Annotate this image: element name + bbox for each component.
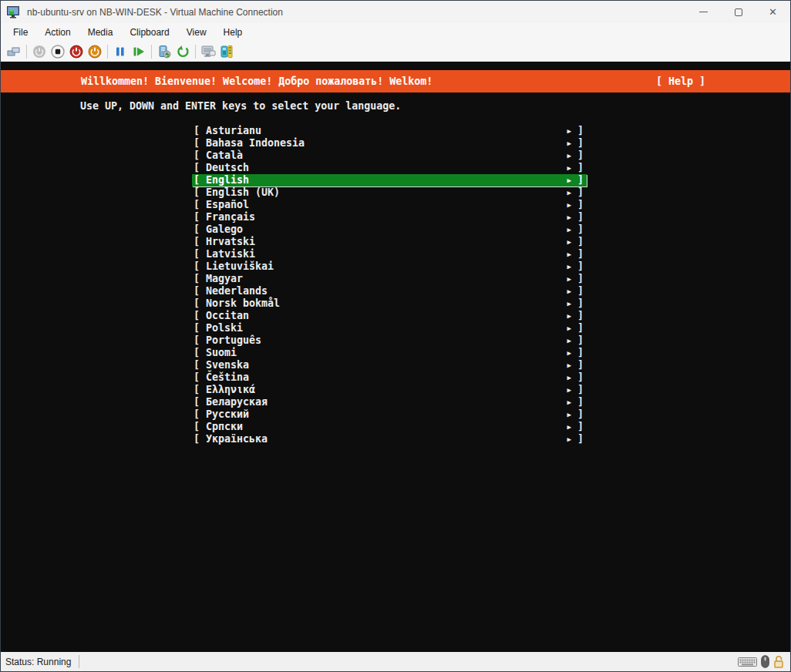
revert-button[interactable] (173, 43, 192, 60)
right-bracket: ] (577, 174, 584, 186)
language-label: English (206, 174, 249, 186)
menu-media[interactable]: Media (88, 27, 113, 38)
language-option[interactable]: [ Português ▶ ] (192, 334, 587, 347)
language-option[interactable]: [ Deutsch ▶ ] (192, 162, 587, 174)
language-option[interactable]: [ Suomi ▶ ] (192, 347, 587, 359)
right-bracket: ] (577, 408, 584, 421)
start-button[interactable] (30, 43, 49, 60)
right-bracket: ] (577, 125, 584, 137)
right-bracket: ] (577, 384, 584, 396)
right-bracket: ] (577, 297, 584, 310)
language-option[interactable]: [ Nederlands ▶ ] (192, 285, 587, 297)
language-label: Svenska (206, 359, 249, 371)
left-bracket: [ (194, 371, 200, 384)
vm-console-display[interactable]: Willkommen! Bienvenue! Welcome! Добро по… (1, 62, 790, 652)
close-button[interactable]: ✕ (756, 1, 790, 23)
language-option[interactable]: [ English ▶ ] (192, 174, 587, 186)
status-separator (79, 655, 79, 668)
left-bracket: [ (194, 297, 200, 310)
language-option[interactable]: [ Français ▶ ] (192, 211, 587, 223)
language-option[interactable]: [ Latviski ▶ ] (192, 248, 587, 260)
expand-arrow-icon: ▶ (567, 186, 571, 199)
language-option[interactable]: [ Svenska ▶ ] (192, 359, 587, 371)
toolbar-separator (107, 45, 108, 59)
language-option[interactable]: [ Русский ▶ ] (192, 408, 587, 421)
language-option[interactable]: [ Polski ▶ ] (192, 322, 587, 334)
language-option[interactable]: [ English (UK) ▶ ] (192, 186, 587, 199)
right-bracket: ] (577, 396, 584, 408)
expand-arrow-icon: ▶ (567, 137, 571, 150)
left-bracket: [ (194, 260, 200, 273)
toolbar-separator (26, 45, 27, 59)
reset-button[interactable] (130, 43, 148, 60)
expand-arrow-icon: ▶ (567, 347, 571, 359)
language-option[interactable]: [ Magyar ▶ ] (192, 273, 587, 285)
menu-action[interactable]: Action (45, 27, 70, 38)
left-bracket: [ (194, 310, 200, 322)
expand-arrow-icon: ▶ (567, 285, 571, 297)
language-option[interactable]: [ Norsk bokmål ▶ ] (192, 297, 587, 310)
left-bracket: [ (194, 322, 200, 334)
minimize-button[interactable] (686, 1, 721, 23)
menu-file[interactable]: File (13, 27, 28, 38)
ctrl-alt-del-button[interactable] (5, 43, 23, 60)
expand-arrow-icon: ▶ (567, 260, 571, 273)
language-option[interactable]: [ Asturianu ▶ ] (192, 125, 587, 137)
language-option[interactable]: [ Українська ▶ ] (192, 433, 587, 445)
minimize-icon (699, 12, 708, 12)
menu-view[interactable]: View (187, 27, 207, 38)
language-option[interactable]: [ Lietuviškai ▶ ] (192, 260, 587, 273)
right-bracket: ] (577, 260, 584, 273)
ctrl-alt-del-icon (7, 45, 21, 58)
left-bracket: [ (194, 421, 200, 433)
menu-clipboard[interactable]: Clipboard (130, 27, 169, 38)
unlocked-padlock-icon (773, 655, 784, 668)
save-button[interactable] (86, 43, 104, 60)
language-label: Català (206, 150, 243, 162)
right-bracket: ] (577, 310, 584, 322)
left-bracket: [ (194, 408, 200, 421)
right-bracket: ] (577, 223, 584, 236)
left-bracket: [ (194, 359, 200, 371)
left-bracket: [ (194, 248, 200, 260)
language-label: Asturianu (206, 125, 261, 137)
turn-off-button[interactable] (49, 43, 67, 60)
language-option[interactable]: [ Hrvatski ▶ ] (192, 236, 587, 248)
welcome-text: Willkommen! Bienvenue! Welcome! Добро по… (81, 76, 433, 87)
pause-button[interactable] (111, 43, 130, 60)
language-label: Српски (206, 421, 243, 433)
expand-arrow-icon: ▶ (567, 150, 571, 162)
language-label: Suomi (206, 347, 237, 359)
mouse-capture-icon (761, 655, 769, 668)
language-label: Latviski (206, 248, 255, 260)
language-option[interactable]: [ Galego ▶ ] (192, 223, 587, 236)
left-bracket: [ (194, 236, 200, 248)
expand-arrow-icon: ▶ (567, 359, 571, 371)
language-option[interactable]: [ Српски ▶ ] (192, 421, 587, 433)
language-option[interactable]: [ Català ▶ ] (192, 150, 587, 162)
checkpoint-button[interactable] (155, 43, 173, 60)
left-bracket: [ (194, 174, 200, 186)
language-label: Беларуская (206, 396, 268, 408)
language-label: Русский (206, 408, 249, 421)
left-bracket: [ (194, 396, 200, 408)
left-bracket: [ (194, 285, 200, 297)
language-label: Galego (206, 223, 243, 236)
menu-help[interactable]: Help (224, 27, 243, 38)
shut-down-button[interactable] (67, 43, 86, 60)
language-option[interactable]: [ Беларуская ▶ ] (192, 396, 587, 408)
share-button[interactable] (199, 43, 217, 60)
right-bracket: ] (577, 248, 584, 260)
reset-icon (132, 45, 146, 58)
language-label: Hrvatski (206, 236, 255, 248)
language-label: Português (206, 334, 261, 347)
help-button[interactable]: [ Help ] (656, 76, 705, 87)
language-option[interactable]: [ Čeština ▶ ] (192, 371, 587, 384)
left-bracket: [ (194, 433, 200, 445)
language-option[interactable]: [ Español ▶ ] (192, 199, 587, 211)
language-option[interactable]: [ Occitan ▶ ] (192, 310, 587, 322)
language-option[interactable]: [ Bahasa Indonesia ▶ ] (192, 137, 587, 150)
language-option[interactable]: [ Ελληνικά ▶ ] (192, 384, 587, 396)
maximize-button[interactable] (721, 1, 756, 23)
enhanced-session-button[interactable] (217, 43, 236, 60)
